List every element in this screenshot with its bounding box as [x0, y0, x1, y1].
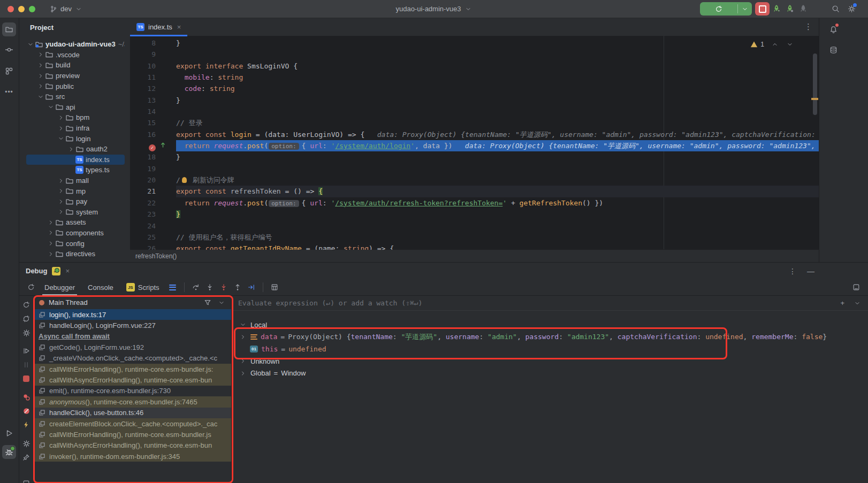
warning-stripe-mark[interactable]	[811, 98, 818, 100]
code-text[interactable]: return request.post(option:{ url: '/syst…	[176, 197, 819, 209]
variable-row[interactable]: Global = Window	[232, 367, 868, 379]
code-line[interactable]: 12 code: string	[130, 83, 819, 94]
gutter[interactable]	[158, 151, 176, 163]
editor-scrollbar[interactable]	[813, 53, 817, 115]
settings-gear-icon[interactable]	[22, 328, 31, 337]
rerun-run-configuration-button[interactable]	[700, 2, 752, 16]
line-number[interactable]: 18	[130, 151, 158, 163]
breadcrumbs-bar[interactable]: refreshToken()	[130, 249, 819, 262]
frame-row[interactable]: callWithErrorHandling(), runtime-core.es…	[34, 364, 231, 374]
evaluate-expression-bar[interactable]: Evaluate expression (↵) or add a watch (…	[232, 296, 868, 311]
code-line[interactable]: 11 mobile: string	[130, 72, 819, 83]
chevron-down-icon[interactable]	[47, 103, 55, 111]
gutter[interactable]	[158, 174, 176, 186]
gutter[interactable]	[158, 186, 176, 197]
inspections-widget[interactable]: 1	[750, 40, 794, 49]
code-text[interactable]: }	[176, 37, 819, 49]
code-line[interactable]: ✓ return request.post(option:{ url: '/sy…	[130, 140, 819, 151]
line-number[interactable]: 8	[130, 37, 158, 49]
code-text[interactable]: export const refreshToken = () => {	[176, 186, 819, 197]
frame-row[interactable]: login(), index.ts:17	[34, 309, 231, 320]
layout-settings-icon[interactable]	[852, 283, 861, 292]
chevron-right-icon[interactable]	[57, 113, 65, 122]
code-line[interactable]: 15// 登录	[130, 117, 819, 128]
code-line[interactable]: 23}	[130, 209, 819, 220]
mute-breakpoints-icon[interactable]	[22, 407, 31, 415]
frame-row[interactable]: _createVNode.onClick._cache.<computed>._…	[34, 353, 231, 364]
variable-row[interactable]: Unknown	[232, 355, 868, 367]
code-text[interactable]: export const getTenantIdByName = (name: …	[176, 243, 819, 250]
force-step-into-icon[interactable]	[219, 283, 228, 292]
line-number[interactable]: 13	[130, 95, 158, 106]
tree-item[interactable]: build	[26, 60, 125, 71]
chevron-right-icon[interactable]	[239, 369, 247, 378]
code-line[interactable]: 18}	[130, 151, 819, 163]
code-line[interactable]: 19	[130, 163, 819, 174]
line-number[interactable]: 21	[130, 186, 158, 197]
profiler-run-icon[interactable]	[772, 4, 781, 13]
code-line[interactable]: 22 return request.post(option:{ url: '/s…	[130, 197, 819, 209]
code-line[interactable]: 24	[130, 220, 819, 232]
gutter[interactable]	[158, 140, 176, 151]
tree-item[interactable]: public	[26, 81, 125, 91]
gutter[interactable]	[158, 83, 176, 94]
line-number[interactable]: 10	[130, 60, 158, 72]
stop-button[interactable]	[755, 2, 770, 16]
tree-item[interactable]: config	[26, 238, 125, 249]
code-line[interactable]: 10export interface SmsLoginVO {	[130, 60, 819, 72]
chevron-down-icon[interactable]	[239, 320, 247, 329]
chevron-right-icon[interactable]	[47, 218, 55, 227]
variable-row[interactable]: data = Proxy(Object) {tenantName: "芋道源码"…	[232, 331, 868, 343]
gutter[interactable]	[158, 197, 176, 209]
code-line[interactable]: 21export const refreshToken = () => {	[130, 186, 819, 197]
gutter[interactable]	[158, 163, 176, 174]
run-configuration-dropdown[interactable]	[738, 5, 752, 13]
chevron-right-icon[interactable]	[57, 124, 65, 133]
code-line[interactable]: 13}	[130, 95, 819, 106]
code-text[interactable]: export const login = (data: UserLoginVO)…	[176, 129, 819, 140]
chevron-right-icon[interactable]	[239, 357, 247, 365]
code-text[interactable]: code: string	[176, 83, 819, 94]
js-session-icon[interactable]: JS	[52, 267, 60, 275]
frame-row[interactable]: callWithAsyncErrorHandling(), runtime-co…	[34, 374, 231, 385]
chevron-right-icon[interactable]	[67, 145, 75, 154]
chevron-right-icon[interactable]	[36, 61, 45, 70]
code-text[interactable]: export interface SmsLoginVO {	[176, 60, 819, 72]
tree-item[interactable]: login	[26, 133, 125, 144]
variable-row[interactable]: Local	[232, 319, 868, 331]
evaluate-expression-icon[interactable]	[270, 283, 279, 292]
chevron-down-icon[interactable]	[853, 299, 862, 308]
line-number[interactable]: 15	[130, 117, 158, 128]
tree-item[interactable]: TSindex.ts	[26, 155, 125, 165]
add-watch-plus-icon[interactable]: +	[840, 299, 844, 307]
chevron-right-icon[interactable]	[36, 50, 45, 59]
rerun-attach-icon[interactable]	[22, 315, 31, 323]
frame-row[interactable]: handleClick(), use-button.ts:46	[34, 408, 231, 418]
code-line[interactable]: 16export const login = (data: UserLoginV…	[130, 129, 819, 140]
chevron-right-icon[interactable]	[47, 239, 55, 248]
gutter[interactable]	[158, 49, 176, 60]
step-over-icon[interactable]	[192, 283, 200, 292]
gutter[interactable]	[158, 95, 176, 106]
pin-tab-icon[interactable]	[22, 453, 31, 462]
chevron-right-icon[interactable]	[36, 72, 45, 80]
tree-item[interactable]: pay	[26, 196, 125, 207]
debug-options-kebab-icon[interactable]: ⋮	[789, 267, 796, 275]
run-tool-button[interactable]	[2, 426, 16, 440]
gutter[interactable]	[158, 72, 176, 83]
next-problem-icon[interactable]	[786, 40, 794, 49]
tree-item[interactable]: infra	[26, 123, 125, 134]
step-into-icon[interactable]	[205, 283, 214, 292]
code-line[interactable]: 14	[130, 106, 819, 117]
code-text[interactable]: }	[176, 95, 819, 106]
line-number[interactable]: 19	[130, 163, 158, 174]
code-text[interactable]: // 登录	[176, 117, 819, 128]
hide-tool-window-icon[interactable]: —	[807, 267, 814, 275]
tree-item[interactable]: api	[26, 102, 125, 113]
git-branch-widget[interactable]: dev	[49, 5, 83, 13]
tab-debugger[interactable]: Debugger	[38, 279, 81, 295]
close-session-icon[interactable]: ×	[65, 267, 70, 275]
line-number[interactable]: 16	[130, 129, 158, 140]
stop-icon[interactable]	[22, 374, 31, 383]
chevron-down-icon[interactable]	[36, 93, 45, 101]
